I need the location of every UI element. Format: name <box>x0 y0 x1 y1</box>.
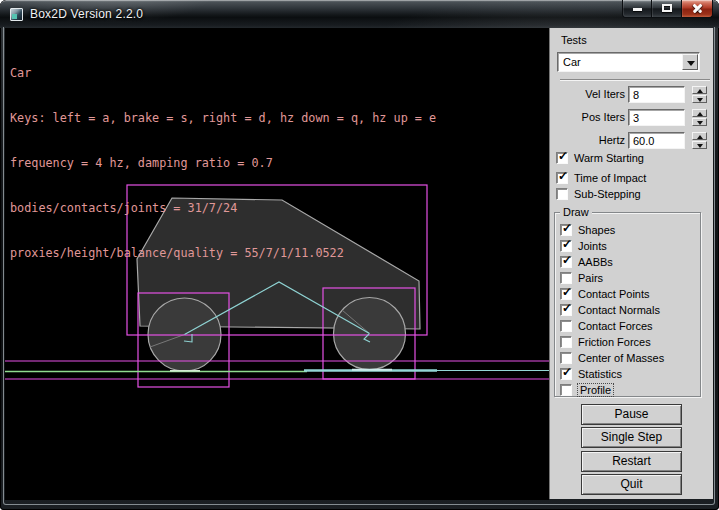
checkbox-box[interactable]: ✓ <box>556 152 568 164</box>
control-panel: Tests Car Vel Iters 8 Pos Iters 3 <box>549 28 713 499</box>
maximize-button[interactable] <box>652 0 682 18</box>
checkbox-contact-forces[interactable]: ✓ Contact Forces <box>560 319 653 332</box>
caption-buttons <box>622 0 713 18</box>
restart-button[interactable]: Restart <box>581 451 682 472</box>
vel-iters-input[interactable]: 8 <box>628 86 685 103</box>
checkbox-pairs[interactable]: ✓ Pairs <box>560 271 603 284</box>
vel-iters-stepper <box>692 86 707 103</box>
checkbox-label: Contact Points <box>578 288 650 300</box>
tests-label: Tests <box>561 34 587 46</box>
draw-group-box: Draw ✓ Shapes ✓ Joints ✓ AABBs ✓ Pairs ✓… <box>554 212 701 397</box>
close-button[interactable] <box>682 0 713 18</box>
check-icon: ✓ <box>562 366 572 378</box>
checkbox-statistics[interactable]: ✓ Statistics <box>560 367 622 380</box>
down-arrow-icon <box>697 98 703 102</box>
checkbox-center-of-masses[interactable]: ✓ Center of Masses <box>560 351 664 364</box>
app-window: Box2D Version 2.2.0 <box>0 0 719 510</box>
vel-iters-label: Vel Iters <box>550 86 625 103</box>
checkbox-profile[interactable]: ✓ Profile <box>560 383 613 396</box>
hud-test-name: Car <box>10 66 436 81</box>
checkbox-label: Joints <box>578 240 607 252</box>
checkbox-joints[interactable]: ✓ Joints <box>560 239 607 252</box>
checkbox-label: Profile <box>578 384 613 396</box>
checkbox-label: Statistics <box>578 368 622 380</box>
single-step-button[interactable]: Single Step <box>581 427 682 448</box>
checkbox-label: Time of Impact <box>574 172 646 184</box>
step-down-button[interactable] <box>692 118 707 126</box>
step-down-button[interactable] <box>692 141 707 149</box>
hud-keys-help: Keys: left = a, brake = s, right = d, hz… <box>10 111 436 126</box>
checkbox-box[interactable]: ✓ <box>560 384 572 396</box>
checkbox-box[interactable]: ✓ <box>556 188 568 200</box>
vel-iters-row: Vel Iters 8 <box>550 86 714 103</box>
up-arrow-icon <box>697 135 703 139</box>
maximize-icon <box>662 4 672 12</box>
checkbox-box[interactable]: ✓ <box>560 368 572 380</box>
checkbox-label: Center of Masses <box>578 352 664 364</box>
checkbox-sub-stepping[interactable]: ✓ Sub-Stepping <box>556 187 641 200</box>
hertz-row: Hertz 60.0 <box>550 132 714 149</box>
hertz-input[interactable]: 60.0 <box>628 132 685 149</box>
titlebar[interactable]: Box2D Version 2.2.0 <box>0 0 719 28</box>
minimize-button[interactable] <box>622 0 652 18</box>
step-up-button[interactable] <box>692 132 707 140</box>
separator <box>560 79 710 81</box>
app-icon <box>10 8 23 21</box>
check-icon: ✓ <box>562 254 572 266</box>
dropdown-button[interactable] <box>682 54 698 70</box>
checkbox-box[interactable]: ✓ <box>560 336 572 348</box>
checkbox-box[interactable]: ✓ <box>560 320 572 332</box>
pos-iters-label: Pos Iters <box>550 109 625 126</box>
checkbox-box[interactable]: ✓ <box>560 304 572 316</box>
pos-iters-stepper <box>692 109 707 126</box>
checkbox-box[interactable]: ✓ <box>560 352 572 364</box>
draw-group-label: Draw <box>560 206 592 218</box>
minimize-icon <box>633 8 642 11</box>
test-select-dropdown[interactable]: Car <box>557 52 700 72</box>
step-down-button[interactable] <box>692 95 707 103</box>
hertz-stepper <box>692 132 707 149</box>
checkbox-aabbs[interactable]: ✓ AABBs <box>560 255 613 268</box>
quit-button[interactable]: Quit <box>581 474 682 495</box>
checkbox-box[interactable]: ✓ <box>560 224 572 236</box>
step-up-button[interactable] <box>692 86 707 94</box>
check-icon: ✓ <box>558 150 568 162</box>
checkbox-contact-points[interactable]: ✓ Contact Points <box>560 287 650 300</box>
checkbox-friction-forces[interactable]: ✓ Friction Forces <box>560 335 651 348</box>
checkbox-label: Sub-Stepping <box>574 188 641 200</box>
checkbox-label: Pairs <box>578 272 603 284</box>
check-icon: ✓ <box>562 222 572 234</box>
up-arrow-icon <box>697 112 703 116</box>
check-icon: ✓ <box>558 170 568 182</box>
up-arrow-icon <box>697 89 703 93</box>
down-arrow-icon <box>697 121 703 125</box>
checkbox-box[interactable]: ✓ <box>560 272 572 284</box>
pos-iters-row: Pos Iters 3 <box>550 109 714 126</box>
step-up-button[interactable] <box>692 109 707 117</box>
checkbox-warm-starting[interactable]: ✓ Warm Starting <box>556 151 644 164</box>
pause-button[interactable]: Pause <box>581 404 682 425</box>
checkbox-box[interactable]: ✓ <box>560 288 572 300</box>
checkbox-shapes[interactable]: ✓ Shapes <box>560 223 615 236</box>
check-icon: ✓ <box>562 302 572 314</box>
hud-frequency: frequency = 4 hz, damping ratio = 0.7 <box>10 156 436 171</box>
test-select-value: Car <box>563 56 581 68</box>
close-icon <box>691 7 704 10</box>
checkbox-contact-normals[interactable]: ✓ Contact Normals <box>560 303 660 316</box>
checkbox-box[interactable]: ✓ <box>556 172 568 184</box>
checkbox-box[interactable]: ✓ <box>560 240 572 252</box>
check-icon: ✓ <box>562 238 572 250</box>
window-title: Box2D Version 2.2.0 <box>30 7 143 21</box>
check-icon: ✓ <box>562 286 572 298</box>
checkbox-label: Friction Forces <box>578 336 651 348</box>
pos-iters-input[interactable]: 3 <box>628 109 685 126</box>
down-arrow-icon <box>697 144 703 148</box>
checkbox-label: Shapes <box>578 224 615 236</box>
checkbox-label: Warm Starting <box>574 152 644 164</box>
simulation-canvas[interactable]: Car Keys: left = a, brake = s, right = d… <box>5 28 549 500</box>
checkbox-time-of-impact[interactable]: ✓ Time of Impact <box>556 171 646 184</box>
hud-proxy-stats: proxies/height/balance/quality = 55/7/1/… <box>10 246 436 261</box>
hertz-label: Hertz <box>550 132 625 149</box>
debug-text-overlay: Car Keys: left = a, brake = s, right = d… <box>10 36 436 291</box>
checkbox-box[interactable]: ✓ <box>560 256 572 268</box>
